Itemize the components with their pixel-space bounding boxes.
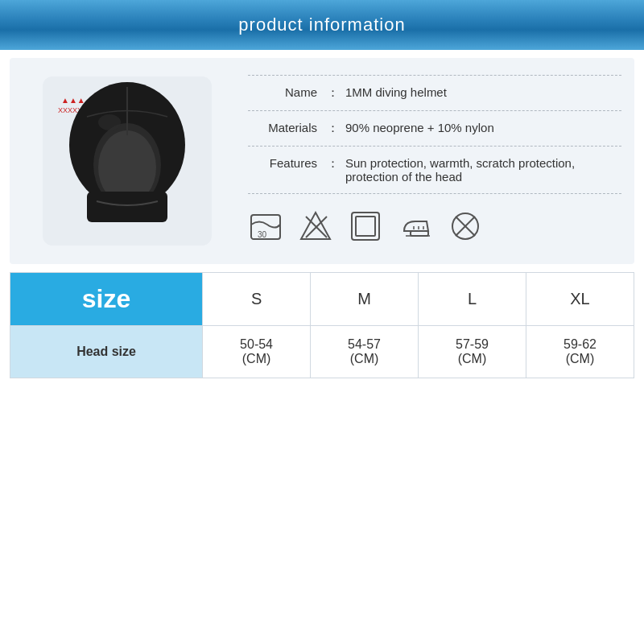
size-header-m: M <box>311 273 419 326</box>
no-dryclean-icon <box>448 208 483 244</box>
size-table-header-row: size S M L XL <box>10 273 634 326</box>
size-row-value-3: 59-62(CM) <box>526 326 634 378</box>
colon-name: ： <box>320 85 345 101</box>
label-features: Features <box>248 156 320 170</box>
size-header-s: S <box>203 273 311 326</box>
colon-features: ： <box>320 156 345 171</box>
svg-rect-16 <box>411 231 428 236</box>
tumble-dry-icon <box>348 208 383 244</box>
size-table: size S M L XL Head size50-54(CM)54-57(CM… <box>10 272 634 378</box>
svg-text:▲▲▲: ▲▲▲ <box>61 96 85 105</box>
value-name: 1MM diving helmet <box>345 85 621 99</box>
detail-row-name: Name ： 1MM diving helmet <box>248 75 621 111</box>
colon-materials: ： <box>320 121 345 136</box>
size-header-label: size <box>10 273 203 326</box>
product-section: ▲▲▲ XXXXXX Name ： 1MM diving helmet <box>10 58 634 264</box>
page-title: product information <box>238 14 405 35</box>
label-materials: Materials <box>248 121 320 134</box>
size-header-l: L <box>419 273 526 326</box>
size-row-label: Head size <box>10 326 203 378</box>
size-row-value-0: 50-54(CM) <box>203 326 311 378</box>
size-row-value-2: 57-59(CM) <box>419 326 526 378</box>
page-header: product information <box>0 0 644 50</box>
detail-row-materials: Materials ： 90% neoprene + 10% nylon <box>248 111 621 147</box>
svg-rect-15 <box>356 217 375 236</box>
wash-30-icon: 30 <box>248 208 283 244</box>
value-materials: 90% neoprene + 10% nylon <box>345 121 621 134</box>
product-image-area: ▲▲▲ XXXXXX <box>23 72 232 250</box>
detail-row-features: Features ： Sun protection, warmth, scrat… <box>248 147 621 194</box>
value-features: Sun protection, warmth, scratch protecti… <box>345 156 621 184</box>
svg-text:30: 30 <box>258 230 267 239</box>
size-section: size S M L XL Head size50-54(CM)54-57(CM… <box>10 272 634 378</box>
no-bleach-icon <box>298 208 333 244</box>
care-icons-row: 30 <box>248 194 621 247</box>
svg-point-8 <box>98 114 121 130</box>
iron-icon <box>398 208 433 244</box>
helmet-image: ▲▲▲ XXXXXX <box>39 72 216 250</box>
product-details: Name ： 1MM diving helmet Materials ： 90%… <box>248 72 621 250</box>
label-name: Name <box>248 85 320 99</box>
size-row-value-1: 54-57(CM) <box>311 326 419 378</box>
svg-rect-6 <box>87 192 167 222</box>
size-header-xl: XL <box>526 273 634 326</box>
size-table-body-row: Head size50-54(CM)54-57(CM)57-59(CM)59-6… <box>10 326 634 378</box>
